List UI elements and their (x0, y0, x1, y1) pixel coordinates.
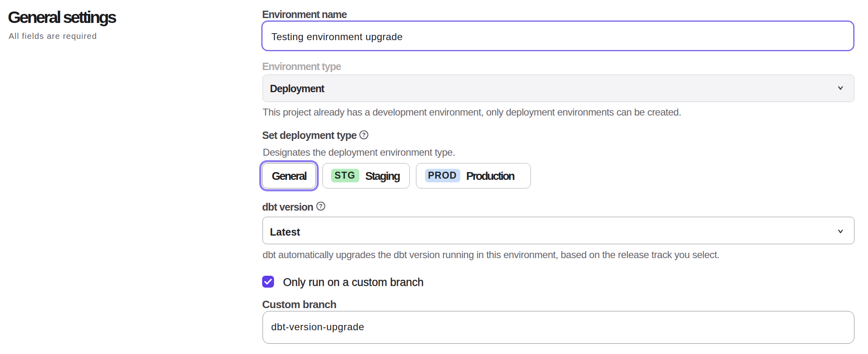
svg-text:?: ? (319, 203, 322, 209)
svg-text:?: ? (362, 132, 366, 138)
